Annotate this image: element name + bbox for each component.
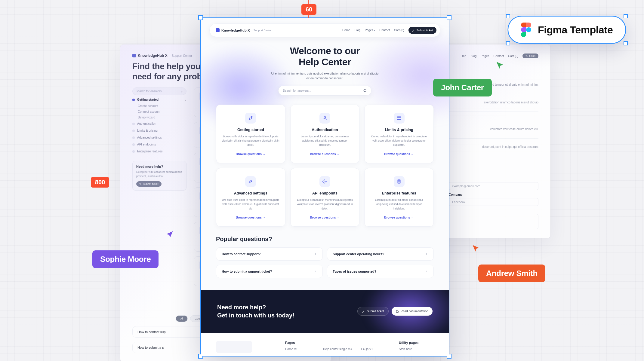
nav-home[interactable]: Home	[342, 29, 350, 32]
chip[interactable]: All	[176, 315, 188, 322]
svg-rect-3	[397, 117, 401, 119]
nav-cart[interactable]: Cart (0)	[394, 29, 404, 32]
footer-link[interactable]: Start here	[399, 347, 434, 351]
collaborator-tag-orange: Andrew Smith	[478, 265, 545, 282]
card-enterprise-features[interactable]: Enterprise featuresLorem ipsum dolor sit…	[364, 168, 434, 227]
bg-left-submit-btn[interactable]: ✎ Submit ticket	[136, 181, 162, 187]
footer-col-h: Pages	[285, 341, 320, 344]
bg-left-crumb: Support Center	[172, 54, 192, 57]
search-placeholder: Search for answers...	[283, 89, 363, 92]
selection-handle[interactable]	[506, 41, 510, 45]
topbar-nav: Home Blog Pages Contact Cart (0) Submit …	[342, 27, 436, 34]
sidebar-item[interactable]: Limits & pricing	[132, 128, 186, 133]
svg-point-1	[251, 117, 251, 118]
browse-link[interactable]: Browse questions	[310, 216, 340, 219]
sidebar-item[interactable]: Authentication	[132, 121, 186, 126]
submit-ticket-button[interactable]: Submit ticket	[408, 27, 436, 34]
popular-question[interactable]: Support center operating hours?	[327, 247, 434, 261]
category-cards: Getting startedDonec nulla dolor in repr…	[201, 96, 449, 230]
popular-question[interactable]: Types of issues supported?	[327, 265, 434, 278]
chevron-right-icon	[425, 270, 428, 273]
card-advanced-settings[interactable]: Advanced settingsUrs aute irure dolor in…	[216, 168, 285, 227]
selection-handle[interactable]	[198, 15, 203, 20]
sidebar-item-getting-started[interactable]: Getting started⌄	[132, 97, 186, 102]
browse-link[interactable]: Browse questions	[310, 152, 340, 156]
card-limits-pricing[interactable]: Limits & pricingDonec nulla dolor in rep…	[364, 105, 434, 163]
sidebar-sub[interactable]: Connect account	[132, 110, 186, 113]
sidebar-item[interactable]: API endpoints	[132, 142, 186, 147]
card-icon	[394, 113, 405, 124]
nav-contact[interactable]: Contact	[379, 29, 390, 32]
breadcrumb: Support Center	[254, 29, 272, 32]
main-frame[interactable]: KnowledgeHub X Support Center Home Blog …	[201, 18, 449, 356]
logo-icon	[216, 28, 220, 32]
bg-right-submit-btn[interactable]: ✎ ticket	[522, 54, 538, 58]
gear-icon	[319, 176, 330, 187]
card-api-endpoints[interactable]: API endpointsExcepteur occaecat sit morb…	[290, 168, 360, 227]
nav-blog[interactable]: Blog	[355, 29, 361, 32]
browse-link[interactable]: Browse questions	[384, 152, 414, 156]
browse-link[interactable]: Browse questions	[236, 152, 266, 156]
chevron-right-icon	[314, 252, 317, 255]
collaborator-tag-purple: Sophie Moore	[92, 250, 159, 268]
footer-link[interactable]: Home V1	[285, 347, 320, 351]
hero-subtitle: Ut enim ad minim veniam, quis nostrud ex…	[271, 71, 379, 81]
cursor-icon-green	[495, 60, 505, 70]
bg-left-brand: KnowledgeHub X	[138, 54, 168, 58]
popular-question[interactable]: How to contact support?	[216, 247, 323, 261]
sidebar-sub[interactable]: Setup wizard	[132, 116, 186, 119]
figma-logo-icon	[521, 23, 531, 37]
nav-pages[interactable]: Pages	[365, 29, 375, 32]
cta-heading: Need more help?Get in touch with us toda…	[217, 303, 294, 320]
chevron-right-icon	[314, 270, 317, 273]
footer-col-h: Utility pages	[399, 341, 434, 344]
cta-docs-button[interactable]: Read documentation	[392, 307, 433, 316]
user-icon	[319, 113, 330, 124]
popular-section: Popular questions? How to contact suppor…	[201, 230, 449, 290]
selection-handle[interactable]	[506, 14, 510, 18]
chevron-right-icon	[425, 252, 428, 255]
figma-pill-label: Figma Template	[538, 24, 613, 36]
svg-point-4	[324, 181, 325, 182]
hero-search[interactable]: Search for answers...	[278, 86, 371, 96]
selection-handle[interactable]	[624, 41, 628, 45]
card-getting-started[interactable]: Getting startedDonec nulla dolor in repr…	[216, 105, 285, 163]
footer: PagesHome V1 Help center single V3 FAQs …	[201, 333, 449, 356]
browse-link[interactable]: Browse questions	[384, 216, 414, 219]
card-authentication[interactable]: AuthenticationLorem ipsum dolor sit amet…	[290, 105, 360, 163]
dimension-badge-top: 60	[301, 4, 316, 15]
cta-banner: Need more help?Get in touch with us toda…	[201, 290, 449, 333]
field-company[interactable]: Facebook	[449, 198, 538, 206]
footer-logo-placeholder	[216, 341, 252, 353]
hero-title: Welcome to ourHelp Center	[225, 45, 425, 68]
figma-pill-wrapper: Figma Template	[508, 17, 625, 43]
popular-question[interactable]: How to submit a support ticket?	[216, 265, 323, 278]
cta-submit-button[interactable]: Submit ticket	[357, 307, 388, 316]
browse-link[interactable]: Browse questions	[236, 216, 266, 219]
selection-handle[interactable]	[624, 14, 628, 18]
footer-link[interactable]: FAQs V1	[361, 347, 396, 351]
popular-heading: Popular questions?	[216, 236, 434, 243]
cursor-icon-purple	[165, 230, 174, 239]
selection-handle[interactable]	[447, 15, 451, 20]
footer-link[interactable]: Help center single V3	[323, 347, 358, 351]
cursor-icon-orange	[471, 243, 481, 253]
sidebar-sub[interactable]: Create account	[132, 104, 186, 108]
building-icon	[394, 176, 405, 187]
dimension-badge-left: 800	[91, 177, 109, 188]
main-frame-wrapper: KnowledgeHub X Support Center Home Blog …	[201, 18, 449, 356]
hero: Welcome to ourHelp Center Ut enim ad min…	[201, 37, 449, 96]
figma-template-pill[interactable]: Figma Template	[508, 17, 625, 43]
svg-point-0	[364, 89, 366, 92]
sidebar-item[interactable]: Advanced settings	[132, 135, 186, 140]
wrench-icon	[245, 176, 256, 187]
svg-point-2	[324, 116, 326, 118]
bg-left-search[interactable]: Search for answers...⌕	[132, 87, 186, 95]
rocket-icon	[245, 113, 256, 124]
topbar: KnowledgeHub X Support Center Home Blog …	[209, 23, 440, 37]
sidebar-item[interactable]: Enterprise features	[132, 149, 186, 154]
brand-logo[interactable]: KnowledgeHub X	[216, 28, 250, 32]
svg-rect-5	[398, 180, 400, 183]
field-email[interactable]: example@email.com	[449, 182, 538, 190]
bg-left-help-card: Need more help? Excepteur sint occaecat …	[132, 161, 186, 191]
